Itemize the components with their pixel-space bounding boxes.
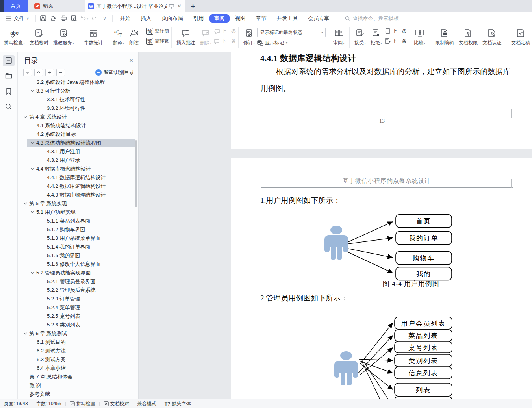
close-icon[interactable]: ✕ (129, 57, 133, 64)
print-preview-icon[interactable] (70, 14, 78, 23)
chevron-down-icon[interactable] (30, 141, 34, 145)
insert-comment-button[interactable]: 插入批注 (174, 24, 198, 46)
spell-check-button[interactable]: abc 拼写检查▾ (2, 24, 27, 46)
more-commands-icon[interactable]: ∨ (100, 14, 109, 23)
restrict-edit-button[interactable]: 限制编辑 (433, 24, 456, 46)
document-canvas[interactable]: 4.4.1 数据库逻辑结构设计 根据对系统的需求分析以及对数据库的分析，建立如下… (139, 52, 532, 399)
menu-tab-引用[interactable]: 引用 (188, 14, 209, 23)
toc-item[interactable]: 4.3.1 用户注册 (18, 147, 138, 156)
compare-button[interactable]: 比较▾ (412, 24, 428, 46)
prev-change-button[interactable]: 上一条 (384, 28, 406, 35)
correction-service-button[interactable]: 批改服务▾ (51, 24, 76, 46)
new-tab-button[interactable]: + (185, 0, 201, 12)
toc-item[interactable]: 5.1.6 修改个人信息界面 (18, 260, 138, 269)
toc-item[interactable]: 6.1 测试目的 (18, 338, 138, 347)
toc-item[interactable]: 5.2.4 菜单管理 (18, 303, 138, 312)
toc-item[interactable]: 4.3.2 用户登录 (18, 156, 138, 165)
doc-proof-button[interactable]: a- 文档校对 (27, 24, 51, 46)
toc-item[interactable]: 5.1.5 我的界面 (18, 251, 138, 260)
toc-item[interactable]: 6.4 本章小结 (18, 364, 138, 373)
command-search[interactable]: 查找命令、搜索模板 (345, 15, 399, 22)
next-change-button[interactable]: 下一条 (384, 38, 406, 45)
page-indicator[interactable]: 页面: 19/43 (4, 401, 28, 407)
toc-item[interactable]: 4.3 总体功能结构设计流程图 (27, 139, 135, 147)
doc-permission-button[interactable]: 文档权限 (456, 24, 480, 46)
show-markup-button[interactable]: 显示标记▾ (257, 39, 326, 46)
expand-down-button[interactable] (23, 69, 32, 76)
read-aloud-button[interactable]: 朗读 (126, 24, 141, 46)
menu-tab-开始[interactable]: 开始 (115, 14, 136, 23)
menu-tab-页面布局[interactable]: 页面布局 (157, 14, 188, 23)
chevron-down-icon[interactable] (30, 271, 34, 275)
toc-item[interactable]: 4.4.3 数据库物理结构设计 (18, 191, 138, 199)
toc-item[interactable]: 5.2.2 管理员后台系统 (18, 286, 138, 295)
accept-button[interactable]: 接受▾ (352, 24, 368, 46)
bookmark-panel-button[interactable] (3, 86, 15, 97)
expand-all-button[interactable] (45, 69, 54, 76)
toc-item[interactable]: 6.3 测试方案 (18, 355, 138, 364)
menu-tab-插入[interactable]: 插入 (136, 14, 157, 23)
toc-item[interactable]: 参考文献 (18, 390, 138, 399)
toc-item[interactable]: 5.1.2 购物车界面 (18, 225, 138, 234)
doc-finalize-button[interactable]: 文档定稿 (509, 24, 532, 46)
tab-document[interactable]: W 基于微信小程序...设计 毕业论文 ✕ (85, 0, 185, 12)
doc-proof-status[interactable]: 文档校对 (104, 401, 129, 407)
monitor-icon[interactable] (169, 4, 174, 9)
export-icon[interactable] (49, 14, 58, 23)
search-panel-button[interactable] (3, 101, 15, 112)
page-13[interactable]: 4.4.1 数据库逻辑结构设计 根据对系统的需求分析以及对数据库的分析，建立如下… (231, 52, 532, 149)
toc-item[interactable]: 5.2.6 类别列表 (18, 321, 138, 329)
save-icon[interactable] (39, 14, 48, 23)
menu-tab-开发工具[interactable]: 开发工具 (272, 14, 303, 23)
doc-certify-button[interactable]: 文档认证 (480, 24, 504, 46)
toc-item[interactable]: 3.3.1 技术可行性 (18, 95, 138, 104)
trad-to-simp-button[interactable]: 简 繁转简 (146, 28, 169, 35)
menu-tab-会员专享[interactable]: 会员专享 (303, 14, 335, 23)
simp-to-trad-button[interactable]: 繁 简转繁 (146, 38, 169, 45)
toc-item[interactable]: 3.2 系统设计 Java 端整体流程 (18, 78, 138, 87)
missing-font-indicator[interactable]: T? 缺失字体 (165, 401, 191, 407)
chevron-down-icon[interactable] (23, 332, 27, 336)
toc-item[interactable]: 第 7 章 总结和体会 (18, 373, 138, 381)
chevron-down-icon[interactable] (30, 167, 34, 171)
toc-scrollbar[interactable] (135, 140, 137, 207)
smart-toc-button[interactable]: 智能识别目录 (95, 69, 134, 76)
close-tab-icon[interactable]: ✕ (176, 3, 182, 9)
delete-comment-button[interactable]: 删除▾ (198, 24, 214, 46)
toc-item[interactable]: 5.2.5 桌号列表 (18, 312, 138, 321)
word-count-button[interactable]: 字数统计 (82, 24, 105, 46)
toc-item[interactable]: 3.3 可行性分析 (18, 87, 138, 95)
prev-comment-button[interactable]: 上一条 (214, 28, 236, 35)
menu-tab-审阅[interactable]: 审阅 (209, 14, 230, 23)
print-icon[interactable] (59, 14, 68, 23)
review-button[interactable]: 审阅▾ (331, 24, 347, 46)
toc-item[interactable]: 5.1 用户功能实现 (18, 208, 138, 217)
toc-item[interactable]: 5.1.4 我的订单界面 (18, 243, 138, 251)
chevron-down-icon[interactable] (30, 89, 34, 93)
undo-icon[interactable]: ▾ (80, 14, 89, 23)
page-14[interactable]: 基于微信小程序的点餐系统设计 1.用户用例图如下所示： 首页我的订单购物车我的用… (231, 158, 532, 399)
menu-tab-章节[interactable]: 章节 (251, 14, 272, 23)
toc-item[interactable]: 5.2 管理员功能实现界面 (18, 269, 138, 277)
toc-item[interactable]: 5.2.3 订单管理 (18, 295, 138, 303)
word-count-indicator[interactable]: 字数: 10455 (36, 401, 61, 407)
collapse-up-button[interactable] (34, 69, 43, 76)
toc-item[interactable]: 5.1.1 菜品列表界面 (18, 217, 138, 225)
toc-item[interactable]: 第 4 章 系统设计 (18, 113, 138, 121)
toc-item[interactable]: 4.2 系统设计目标 (18, 130, 138, 139)
toc-item[interactable]: 4.4 数据库概念结构设计 (18, 165, 138, 173)
toc-item[interactable]: 5.2.1 管理员登录界面 (18, 277, 138, 286)
attachments-panel-button[interactable] (3, 70, 15, 82)
menu-tab-视图[interactable]: 视图 (230, 14, 251, 23)
chevron-down-icon[interactable] (23, 202, 27, 206)
toc-item[interactable]: 致 谢 (18, 381, 138, 390)
toc-item[interactable]: 5.1.3 用户系统菜单界面 (18, 234, 138, 243)
toc-item[interactable]: 4.1 系统功能结构设计 (18, 121, 138, 130)
redo-icon[interactable] (90, 14, 99, 23)
tab-home[interactable]: 首页 (4, 0, 28, 12)
toc-item[interactable]: 4.4.2 数据库逻辑结构设计 (18, 182, 138, 191)
next-comment-button[interactable]: 下一条 (214, 38, 236, 45)
reject-button[interactable]: 拒绝▾ (368, 24, 384, 46)
toc-item[interactable]: 6.2 测试方法 (18, 347, 138, 355)
toc-item[interactable]: 3.3.2 环境可行性 (18, 104, 138, 113)
